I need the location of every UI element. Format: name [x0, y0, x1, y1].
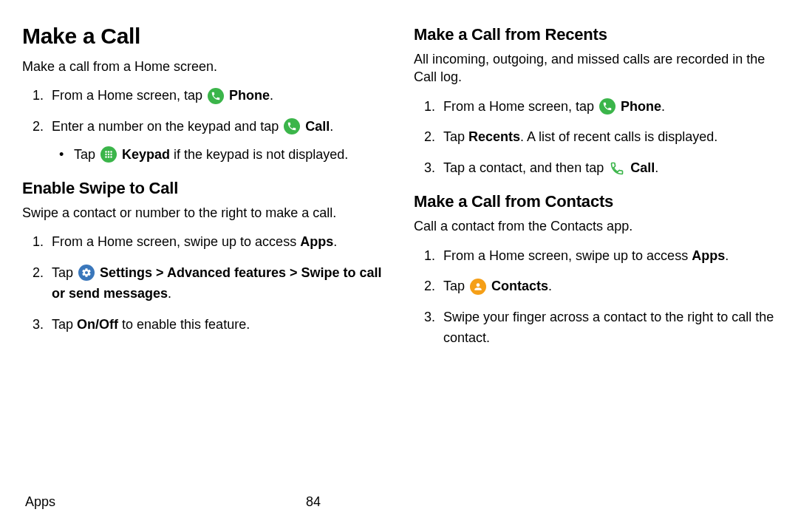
intro-text-recents: All incoming, outgoing, and missed calls… [414, 50, 776, 86]
svg-point-1 [108, 151, 109, 153]
step-text: Tap [443, 129, 468, 144]
step-post: to enable this feature. [118, 317, 250, 332]
step-1: From a Home screen, tap Phone. [47, 86, 384, 106]
svg-point-2 [110, 151, 112, 153]
step-post: . [270, 88, 273, 103]
step-1: From a Home screen, swipe up to access A… [439, 246, 776, 267]
step-post: if the keypad is not displayed. [170, 147, 348, 162]
step-3: Tap a contact, and then tap Call. [439, 158, 776, 179]
intro-text-contacts: Call a contact from the Contacts app. [414, 217, 776, 235]
call-outline-icon [609, 160, 625, 177]
step-post: . [725, 248, 729, 263]
sub-step: Tap Keypad if the keypad is not displaye… [69, 145, 384, 166]
contacts-steps: From a Home screen, swipe up to access A… [414, 246, 776, 349]
step-bold: Apps [300, 234, 333, 249]
step-bold: Apps [692, 248, 725, 263]
svg-point-3 [105, 154, 106, 155]
step-bold: Recents [468, 129, 520, 144]
svg-point-7 [108, 157, 109, 158]
step-3: Tap On/Off to enable this feature. [47, 315, 384, 335]
section-heading-contacts: Make a Call from Contacts [414, 192, 776, 211]
step-1: From a Home screen, swipe up to access A… [47, 232, 384, 253]
step-text: Enter a number on the keypad and tap [52, 119, 282, 134]
step-text: From a Home screen, swipe up to access [443, 248, 692, 263]
step-text: Tap [52, 265, 77, 280]
step-1: From a Home screen, tap Phone. [439, 97, 776, 117]
swipe-steps: From a Home screen, swipe up to access A… [22, 232, 384, 335]
step-text: Swipe your finger across a contact to th… [443, 310, 774, 345]
page-footer: Apps 84 [25, 494, 321, 510]
intro-text-swipe: Swipe a contact or number to the right t… [22, 204, 384, 222]
step-bold: On/Off [77, 317, 118, 332]
step-text: From a Home screen, tap [443, 99, 598, 114]
step-bold: Phone [621, 99, 661, 114]
step-post: . [330, 119, 333, 134]
step-post: . [548, 279, 552, 293]
step-text: Tap [74, 147, 99, 162]
svg-point-8 [110, 157, 112, 158]
svg-point-6 [105, 157, 106, 158]
step-bold: Contacts [491, 279, 548, 293]
phone-icon [599, 98, 615, 115]
recents-steps: From a Home screen, tap Phone. Tap Recen… [414, 97, 776, 180]
settings-icon [78, 265, 95, 281]
svg-point-5 [110, 154, 112, 155]
step-2: Tap Recents. A list of recent calls is d… [439, 127, 776, 148]
call-icon [284, 118, 300, 134]
step-post: . [168, 286, 171, 301]
step-text: Tap [52, 317, 77, 332]
left-column: Make a Call Make a call from a Home scre… [22, 22, 384, 359]
step-2: Tap Contacts. [439, 276, 776, 297]
phone-icon [208, 88, 224, 104]
step-bold: Phone [229, 88, 270, 103]
step-post: . [655, 160, 658, 175]
step-post: . A list of recent calls is displayed. [520, 129, 717, 144]
page-title: Make a Call [22, 24, 384, 49]
contacts-icon [470, 279, 486, 295]
step-text: Tap [443, 279, 468, 293]
sub-bullets: Tap Keypad if the keypad is not displaye… [52, 145, 384, 166]
step-post: . [661, 99, 665, 114]
keypad-icon [100, 146, 117, 163]
svg-point-0 [105, 151, 106, 153]
svg-point-4 [108, 154, 109, 155]
intro-text: Make a call from a Home screen. [22, 58, 384, 75]
step-text: From a Home screen, tap [52, 88, 206, 103]
footer-section: Apps [25, 494, 55, 510]
section-heading-recents: Make a Call from Recents [414, 25, 776, 44]
step-bold: Call [305, 119, 330, 134]
step-2: Tap Settings > Advanced features > Swipe… [47, 263, 384, 304]
step-3: Swipe your finger across a contact to th… [439, 307, 776, 349]
step-bold: Settings > Advanced features > Swipe to … [52, 265, 382, 301]
step-text: Tap a contact, and then tap [443, 160, 607, 175]
section-heading-swipe: Enable Swipe to Call [22, 179, 384, 198]
right-column: Make a Call from Recents All incoming, o… [414, 22, 776, 359]
step-bold: Keypad [122, 147, 170, 162]
step-post: . [333, 234, 337, 249]
make-call-steps: From a Home screen, tap Phone. Enter a n… [22, 86, 384, 166]
footer-page-number: 84 [306, 494, 321, 510]
step-2: Enter a number on the keypad and tap Cal… [47, 117, 384, 166]
step-bold: Call [630, 160, 655, 175]
step-text: From a Home screen, swipe up to access [52, 234, 300, 249]
